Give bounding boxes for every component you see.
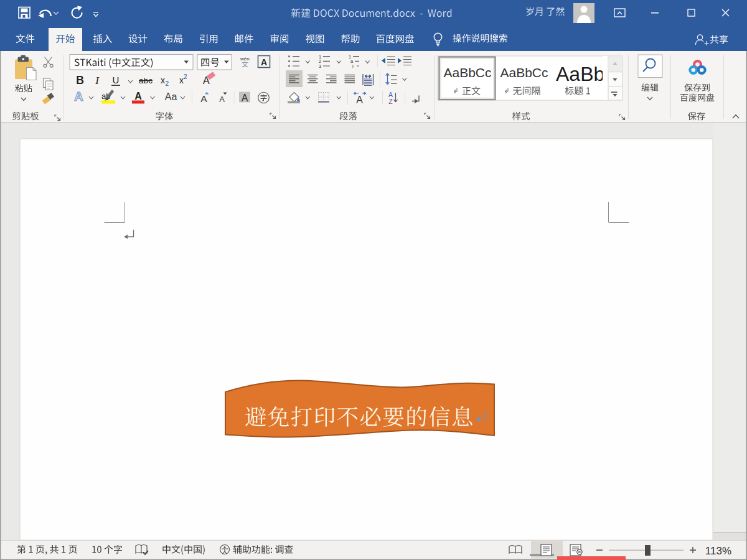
svg-text:A: A (134, 91, 142, 101)
svg-text:A: A (356, 95, 363, 105)
svg-text:A: A (261, 57, 267, 67)
svg-text:x: x (179, 75, 184, 85)
svg-text:AaBbCc: AaBbCc (443, 65, 491, 80)
svg-text:A: A (242, 93, 248, 103)
svg-text:A: A (219, 95, 225, 104)
svg-text:x: x (161, 75, 165, 85)
svg-text:2: 2 (184, 73, 187, 80)
svg-text:Aa: Aa (165, 91, 177, 102)
svg-text:Z: Z (388, 98, 393, 105)
svg-text:A: A (200, 93, 207, 104)
svg-text:wén: wén (240, 56, 250, 62)
svg-text:113%: 113% (705, 545, 731, 557)
svg-text:B: B (76, 74, 84, 86)
svg-text:2: 2 (166, 80, 169, 87)
svg-text:AaBbCc: AaBbCc (500, 65, 548, 80)
svg-text:3: 3 (319, 63, 321, 69)
svg-text:A: A (74, 90, 83, 103)
svg-text:U: U (113, 75, 120, 85)
